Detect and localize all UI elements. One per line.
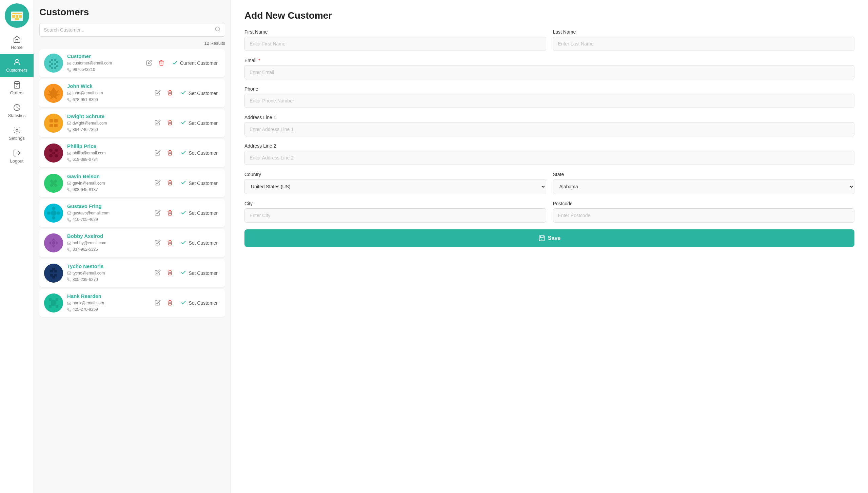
delete-button[interactable] [165,208,174,218]
edit-button[interactable] [153,88,162,98]
customer-info: Phillip Price phillip@email.com 619-398-… [67,143,149,163]
table-row: Dwight Schrute dwight@email.com 864-746-… [39,109,225,137]
sidebar-item-orders[interactable]: Orders [0,77,34,99]
current-customer-button[interactable]: Current Customer [169,58,220,68]
set-customer-button[interactable]: Set Customer [178,268,220,278]
country-state-row: Country United States (US) Canada United… [244,172,854,194]
phone-input[interactable] [244,94,854,108]
customer-info: Hank Rearden hank@email.com 425-270-9259 [67,293,149,313]
address2-input[interactable] [244,151,854,165]
customer-phone: 9876543210 [67,67,141,73]
svg-rect-3 [16,15,18,18]
first-name-group: First Name [244,29,546,51]
delete-button[interactable] [165,268,174,278]
edit-button[interactable] [153,268,162,278]
set-customer-button[interactable]: Set Customer [178,148,220,158]
table-row: Phillip Price phillip@email.com 619-398-… [39,139,225,167]
customer-email: bobby@email.com [67,240,149,246]
svg-rect-5 [15,18,19,20]
search-bar [39,23,225,37]
last-name-input[interactable] [553,37,855,51]
customer-phone: 619-398-0734 [67,156,149,163]
svg-rect-72 [539,236,544,241]
delete-button[interactable] [165,238,174,248]
save-icon [538,235,545,242]
edit-button[interactable] [153,298,162,308]
first-name-input[interactable] [244,37,546,51]
phone-group: Phone [244,86,854,108]
postcode-input[interactable] [553,208,855,223]
svg-rect-18 [54,63,56,65]
edit-button[interactable] [153,208,162,218]
svg-rect-56 [67,242,71,245]
save-button[interactable]: Save [244,229,854,247]
postcode-label: Postcode [553,201,855,206]
customer-actions: Current Customer [145,58,220,68]
sidebar-item-customers[interactable]: Customers [0,54,34,77]
svg-point-12 [44,54,63,73]
sidebar-item-logout[interactable]: Logout [0,145,34,168]
sidebar-item-statistics-label: Statistics [8,113,25,118]
edit-button[interactable] [145,58,154,68]
address1-input[interactable] [244,122,854,136]
required-indicator: * [257,58,260,63]
main-content: Customers 12 Results [34,0,868,493]
customer-info: Tycho Nestoris tycho@email.com 805-239-6… [67,263,149,283]
state-select[interactable]: Alabama Alaska Arizona California New Yo… [553,179,855,194]
customer-actions: Set Customer [153,238,220,248]
edit-button[interactable] [153,238,162,248]
avatar [44,144,63,163]
avatar [44,204,63,223]
delete-button[interactable] [165,298,174,308]
edit-button[interactable] [153,148,162,158]
check-icon [180,119,186,127]
customer-actions: Set Customer [153,208,220,218]
sidebar-item-settings[interactable]: Settings [0,122,34,145]
email-row: Email * [244,58,854,79]
sidebar-item-statistics[interactable]: Statistics [0,99,34,122]
svg-rect-63 [52,276,55,279]
set-customer-button[interactable]: Set Customer [178,118,220,128]
set-customer-button[interactable]: Set Customer [178,208,220,218]
results-count: 12 Results [39,41,225,46]
country-label: Country [244,172,546,177]
delete-button[interactable] [165,148,174,158]
table-row: Gustavo Fring gustavo@email.com 410-705-… [39,199,225,227]
email-input[interactable] [244,65,854,79]
svg-rect-2 [12,15,15,18]
address2-row: Address Line 2 [244,143,854,165]
postcode-group: Postcode [553,201,855,223]
search-input[interactable] [44,27,215,33]
customer-actions: Set Customer [153,298,220,308]
sidebar-item-home[interactable]: Home [0,31,34,54]
customer-actions: Set Customer [153,178,220,188]
set-customer-button[interactable]: Set Customer [178,88,220,98]
set-customer-button[interactable]: Set Customer [178,298,220,308]
check-icon [180,269,186,277]
avatar [44,174,63,193]
delete-button[interactable] [165,88,174,98]
delete-button[interactable] [165,178,174,188]
set-customer-button[interactable]: Set Customer [178,178,220,188]
delete-button[interactable] [165,118,174,128]
svg-point-38 [52,152,55,154]
avatar [44,264,63,283]
svg-rect-66 [51,300,56,306]
city-input[interactable] [244,208,546,223]
set-customer-button[interactable]: Set Customer [178,238,220,248]
customer-email: phillip@email.com [67,150,149,156]
edit-button[interactable] [153,118,162,128]
svg-rect-17 [51,63,53,65]
svg-point-57 [44,264,63,283]
app-logo [5,3,29,28]
delete-button[interactable] [157,58,166,68]
customer-name: Phillip Price [67,143,149,149]
country-select[interactable]: United States (US) Canada United Kingdom… [244,179,546,194]
customer-phone: 805-239-6270 [67,277,149,283]
svg-line-11 [219,30,220,31]
svg-rect-21 [51,67,53,69]
state-label: State [553,172,855,177]
customer-email: dwight@email.com [67,120,149,127]
sidebar-item-customers-label: Customers [6,68,27,73]
edit-button[interactable] [153,178,162,188]
